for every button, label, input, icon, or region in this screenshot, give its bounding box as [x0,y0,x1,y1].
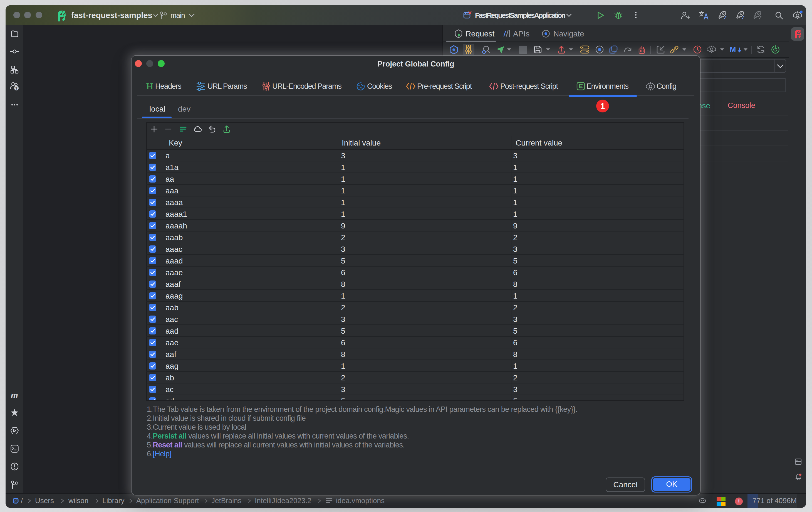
svg-text:?: ? [15,86,18,90]
svg-text:H: H [146,82,153,91]
